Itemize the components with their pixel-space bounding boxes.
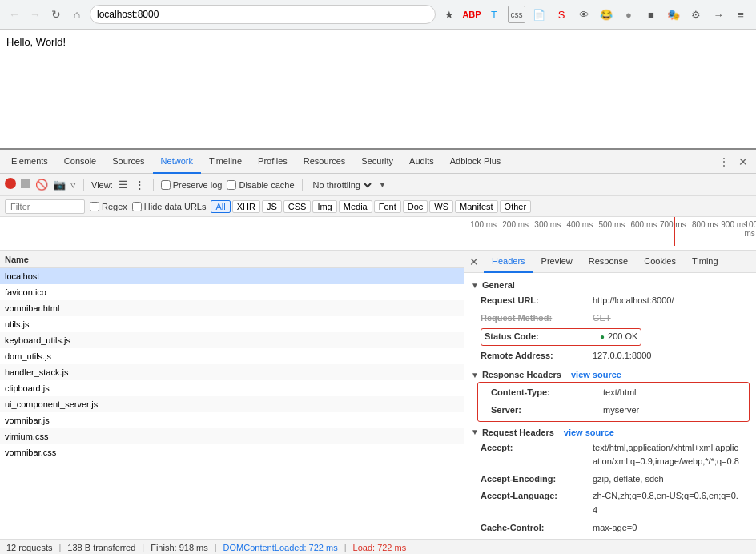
settings-icon[interactable]: ⚙ [687,6,705,23]
filter-button[interactable]: ▿ [70,179,76,191]
grid-icon[interactable]: ■ [642,6,660,23]
request-row[interactable]: vimium.css [0,428,464,444]
response-headers-section-header[interactable]: ▼ Response Headers view source [471,367,750,382]
toolbar-separator-1 [83,179,84,191]
tab-resources[interactable]: Resources [296,150,354,174]
pocket-icon[interactable]: 📄 [530,6,548,23]
mask-icon[interactable]: 🎭 [665,6,682,23]
response-headers-title: Response Headers [482,370,561,379]
filter-all[interactable]: All [211,200,230,213]
timeline-mark-300: 300 ms [534,220,561,229]
request-row[interactable]: vomnibar.css [0,444,464,460]
circle-icon[interactable]: ● [620,6,637,23]
tab-network[interactable]: Network [153,150,201,174]
devtools-close-button[interactable]: ✕ [734,152,753,171]
response-headers-view-source[interactable]: view source [571,370,621,379]
stop-button[interactable] [21,179,30,191]
address-bar[interactable] [90,5,436,24]
accept-language-row: Accept-Language: zh-CN,zh;q=0.8,en-US;q=… [471,488,750,519]
filter-media[interactable]: Media [339,200,372,213]
back-button[interactable]: ← [6,6,22,22]
menu-icon[interactable]: ≡ [732,6,750,23]
home-button[interactable]: ⌂ [69,6,85,22]
tab-sources[interactable]: Sources [104,150,152,174]
css-icon[interactable]: css [508,6,525,23]
detail-tab-cookies[interactable]: Cookies [636,251,684,273]
abp-icon[interactable]: ABP [463,6,481,23]
filter-other[interactable]: Other [500,200,532,213]
timeline-mark-500: 500 ms [598,220,625,229]
filter-input[interactable] [5,199,85,214]
request-row[interactable]: favicon.ico [0,284,464,300]
regex-input[interactable] [90,202,99,211]
view-list-button[interactable]: ☰ [119,179,128,191]
filter-xhr[interactable]: XHR [232,200,260,213]
regex-checkbox[interactable]: Regex [90,202,127,211]
hide-data-input[interactable] [132,202,142,211]
record-button[interactable] [5,178,16,191]
filter-doc[interactable]: Doc [403,200,428,213]
filter-font[interactable]: Font [374,200,401,213]
general-section-header[interactable]: ▼ General [471,278,750,292]
accept-key: Accept: [481,441,593,469]
preserve-log-input[interactable] [161,180,171,190]
request-row[interactable]: handler_stack.js [0,364,464,380]
request-row[interactable]: keyboard_utils.js [0,332,464,348]
detail-tab-preview[interactable]: Preview [533,251,581,273]
forward-button[interactable]: → [27,6,43,22]
filter-manifest[interactable]: Manifest [455,200,498,213]
response-headers-arrow-icon: ▼ [471,371,479,379]
nav-arrow-icon[interactable]: → [710,6,727,23]
eye-icon[interactable]: 👁 [575,6,593,23]
tab-security[interactable]: Security [353,150,401,174]
shield-icon[interactable]: S [553,6,570,23]
status-sep-4: | [344,543,347,552]
filter-js[interactable]: JS [262,200,282,213]
filter-css[interactable]: CSS [284,200,312,213]
request-row[interactable]: ui_component_server.js [0,396,464,412]
detail-tab-headers[interactable]: Headers [484,251,533,273]
devtools-panel: Elements Console Sources Network Timelin… [0,148,756,554]
toolbar-separator-2 [153,179,154,191]
status-sep-1: | [58,543,61,552]
disable-cache-input[interactable] [227,180,236,190]
detail-tab-response[interactable]: Response [581,251,637,273]
disable-cache-checkbox[interactable]: Disable cache [227,180,294,190]
devtools-more-button[interactable]: ⋮ [714,152,734,171]
tab-console[interactable]: Console [56,150,104,174]
bookmark-icon[interactable]: ★ [440,6,458,23]
request-row[interactable]: vomnibar.js [0,412,464,428]
tab-elements[interactable]: Elements [3,150,56,174]
request-row[interactable]: localhost [0,268,464,284]
request-headers-section-header[interactable]: ▼ Request Headers view source [471,425,750,440]
page-text: Hello, World! [6,36,66,48]
tab-timeline[interactable]: Timeline [201,150,250,174]
view-large-button[interactable]: ⋮ [135,179,145,191]
filter-ws[interactable]: WS [429,200,453,213]
tab-profiles[interactable]: Profiles [250,150,296,174]
request-method-val: GET [593,311,611,326]
request-row[interactable]: dom_utils.js [0,348,464,364]
reload-button[interactable]: ↻ [48,6,64,22]
tab-adblock[interactable]: Adblock Plus [442,150,509,174]
hide-data-checkbox[interactable]: Hide data URLs [132,202,207,211]
request-row[interactable]: utils.js [0,316,464,332]
detail-tab-timing[interactable]: Timing [684,251,726,273]
finish-time: Finish: 918 ms [151,543,208,552]
request-headers-view-source[interactable]: view source [564,428,614,437]
throttle-select[interactable]: No throttling [310,179,374,191]
preserve-log-checkbox[interactable]: Preserve log [161,180,223,190]
request-row[interactable]: vomnibar.html [0,300,464,316]
face-icon[interactable]: 😂 [597,6,615,23]
filter-img[interactable]: Img [312,200,336,213]
accept-language-val: zh-CN,zh;q=0.8,en-US;q=0.6,en;q=0.4 [593,489,740,517]
general-title: General [482,280,515,290]
tab-audits[interactable]: Audits [401,150,442,174]
detail-close-button[interactable]: ✕ [464,252,484,271]
timeline-vline [674,217,675,246]
request-row[interactable]: clipboard.js [0,380,464,396]
clear-button[interactable]: 🚫 [35,179,48,191]
camera-button[interactable]: 📷 [53,179,66,191]
accept-encoding-key: Accept-Encoding: [481,472,593,487]
twitter-icon[interactable]: T [485,6,503,23]
